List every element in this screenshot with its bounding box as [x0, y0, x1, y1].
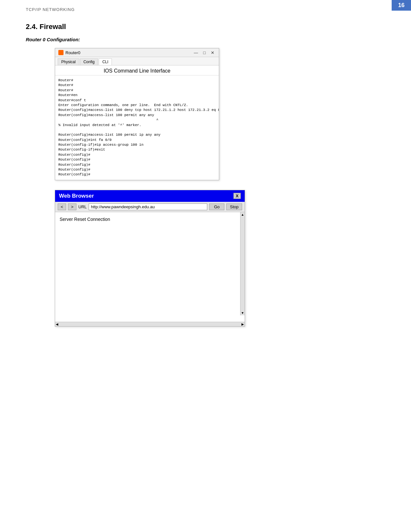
stop-button[interactable]: Stop — [226, 203, 242, 210]
url-input[interactable] — [89, 203, 207, 210]
maximize-button[interactable]: □ — [202, 50, 207, 55]
scrollbar-right[interactable]: ▲ ▼ — [240, 212, 245, 315]
page-number: 16 — [392, 0, 411, 11]
content-area: 2.4. Firewall Router 0 Configuration: Ro… — [26, 23, 385, 327]
router-window-title: Router0 — [65, 50, 80, 55]
router-window-controls: — □ ✕ — [192, 50, 216, 55]
scrollbar-bottom[interactable]: ◀ ▶ — [55, 322, 245, 326]
close-button[interactable]: ✕ — [210, 50, 216, 55]
browser-titlebar: Web Browser X — [55, 190, 245, 202]
section-title: 2.4. Firewall — [26, 23, 385, 31]
subsection-title: Router 0 Configuration: — [26, 37, 385, 42]
tab-config[interactable]: Config — [80, 58, 98, 65]
browser-back-button[interactable]: < — [58, 203, 66, 210]
browser-window: Web Browser X < > URL Go Stop Server Res… — [55, 190, 245, 327]
minimize-button[interactable]: — — [192, 50, 199, 55]
router-title-left: Router0 — [58, 50, 80, 55]
browser-content: Server Reset Connection ▲ ▼ — [55, 212, 245, 322]
doc-header: TCP/IP NETWORKING — [26, 7, 75, 12]
router-window: Router0 — □ ✕ Physical Config CLI IOS Co… — [55, 48, 219, 180]
scroll-down-arrow[interactable]: ▼ — [240, 310, 245, 315]
tab-cli[interactable]: CLI — [99, 58, 112, 65]
scroll-up-arrow[interactable]: ▲ — [240, 212, 245, 217]
browser-toolbar: < > URL Go Stop — [55, 202, 245, 212]
router-tabs: Physical Config CLI — [55, 57, 219, 65]
tab-physical[interactable]: Physical — [58, 58, 79, 65]
go-button[interactable]: Go — [209, 203, 224, 210]
url-label: URL — [78, 204, 87, 209]
browser-forward-button[interactable]: > — [68, 203, 76, 210]
router-titlebar: Router0 — □ ✕ — [55, 48, 219, 57]
browser-content-text: Server Reset Connection — [60, 217, 110, 222]
scroll-left-arrow[interactable]: ◀ — [56, 322, 58, 326]
router-icon — [58, 50, 64, 55]
browser-title: Web Browser — [59, 193, 94, 199]
scroll-right-arrow[interactable]: ▶ — [241, 322, 244, 326]
browser-close-button[interactable]: X — [233, 193, 241, 199]
router-terminal[interactable]: Router# Router# Router# Router#en Router… — [55, 75, 219, 180]
cli-title: IOS Command Line Interface — [55, 65, 219, 75]
